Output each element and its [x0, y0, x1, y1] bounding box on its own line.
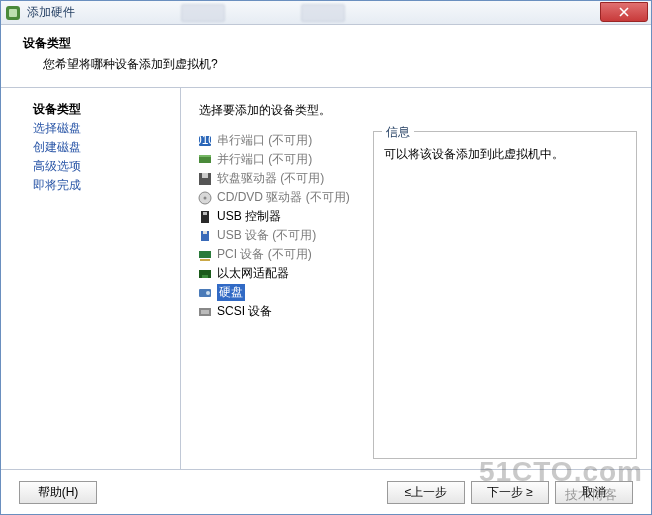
- wizard-header: 设备类型 您希望将哪种设备添加到虚拟机?: [1, 25, 651, 88]
- cancel-button[interactable]: 取消: [555, 481, 633, 504]
- cddvd-icon: [197, 190, 213, 206]
- device-type-item[interactable]: CD/DVD 驱动器 (不可用): [195, 188, 363, 207]
- wizard-footer: 帮助(H) ≤上一步 下一步 ≥ 取消: [1, 470, 651, 514]
- parallel-port-icon: [197, 152, 213, 168]
- device-type-label: CD/DVD 驱动器 (不可用): [217, 189, 350, 206]
- svg-point-9: [204, 196, 207, 199]
- svg-rect-5: [199, 155, 211, 157]
- info-groupbox: 信息 可以将该设备添加到此虚拟机中。: [373, 131, 637, 459]
- wizard-step[interactable]: 高级选项: [33, 157, 162, 176]
- device-type-item[interactable]: 软盘驱动器 (不可用): [195, 169, 363, 188]
- svg-text:010: 010: [197, 133, 213, 147]
- hard-disk-icon: [197, 285, 213, 301]
- svg-rect-17: [202, 275, 208, 278]
- scsi-device-icon: [197, 304, 213, 320]
- svg-rect-15: [200, 259, 210, 261]
- usb-device-icon: [197, 228, 213, 244]
- titlebar: 添加硬件: [1, 1, 651, 25]
- device-type-item[interactable]: 硬盘: [195, 283, 363, 302]
- steps-list: 设备类型选择磁盘创建磁盘高级选项即将完成: [1, 88, 181, 469]
- svg-rect-13: [203, 231, 207, 234]
- ethernet-icon: [197, 266, 213, 282]
- device-type-label: PCI 设备 (不可用): [217, 246, 312, 263]
- device-type-label: USB 设备 (不可用): [217, 227, 316, 244]
- back-button[interactable]: ≤上一步: [387, 481, 465, 504]
- help-button[interactable]: 帮助(H): [19, 481, 97, 504]
- window-title: 添加硬件: [27, 4, 75, 21]
- device-type-item[interactable]: 010串行端口 (不可用): [195, 131, 363, 150]
- wizard-step[interactable]: 即将完成: [33, 176, 162, 195]
- wizard-body: 设备类型选择磁盘创建磁盘高级选项即将完成 选择要添加的设备类型。 010串行端口…: [1, 88, 651, 470]
- device-type-item[interactable]: USB 设备 (不可用): [195, 226, 363, 245]
- wizard-step: 设备类型: [33, 100, 162, 119]
- device-type-label: 以太网适配器: [217, 265, 289, 282]
- device-type-label: SCSI 设备: [217, 303, 272, 320]
- pci-device-icon: [197, 247, 213, 263]
- app-icon: [5, 5, 21, 21]
- svg-rect-21: [201, 310, 209, 314]
- wizard-step[interactable]: 创建磁盘: [33, 138, 162, 157]
- device-type-item[interactable]: PCI 设备 (不可用): [195, 245, 363, 264]
- info-legend: 信息: [382, 124, 414, 141]
- device-type-label: 软盘驱动器 (不可用): [217, 170, 324, 187]
- svg-rect-14: [199, 251, 211, 258]
- next-button[interactable]: 下一步 ≥: [471, 481, 549, 504]
- wizard-header-title: 设备类型: [23, 35, 629, 52]
- svg-rect-11: [203, 212, 207, 215]
- svg-rect-1: [9, 9, 17, 17]
- svg-point-19: [206, 291, 210, 295]
- add-hardware-window: 添加硬件 设备类型 您希望将哪种设备添加到虚拟机? 设备类型选择磁盘创建磁盘高级…: [0, 0, 652, 515]
- close-icon: [619, 7, 629, 17]
- ghost-control: [301, 4, 345, 22]
- device-type-item[interactable]: 以太网适配器: [195, 264, 363, 283]
- device-type-item[interactable]: USB 控制器: [195, 207, 363, 226]
- serial-port-icon: 010: [197, 133, 213, 149]
- info-text: 可以将该设备添加到此虚拟机中。: [384, 146, 626, 163]
- wizard-header-subtitle: 您希望将哪种设备添加到虚拟机?: [43, 56, 629, 73]
- device-type-list[interactable]: 010串行端口 (不可用)并行端口 (不可用)软盘驱动器 (不可用)CD/DVD…: [195, 131, 363, 459]
- device-type-label: 并行端口 (不可用): [217, 151, 312, 168]
- device-type-label: USB 控制器: [217, 208, 281, 225]
- ghost-control: [181, 4, 225, 22]
- device-type-label: 硬盘: [217, 284, 245, 301]
- device-type-label: 串行端口 (不可用): [217, 132, 312, 149]
- usb-controller-icon: [197, 209, 213, 225]
- device-type-item[interactable]: SCSI 设备: [195, 302, 363, 321]
- floppy-icon: [197, 171, 213, 187]
- svg-rect-4: [199, 157, 211, 163]
- wizard-step[interactable]: 选择磁盘: [33, 119, 162, 138]
- device-type-item[interactable]: 并行端口 (不可用): [195, 150, 363, 169]
- content-prompt: 选择要添加的设备类型。: [199, 102, 637, 119]
- content-panels: 010串行端口 (不可用)并行端口 (不可用)软盘驱动器 (不可用)CD/DVD…: [195, 131, 637, 459]
- content-panel: 选择要添加的设备类型。 010串行端口 (不可用)并行端口 (不可用)软盘驱动器…: [181, 88, 651, 469]
- close-button[interactable]: [600, 2, 648, 22]
- svg-rect-7: [202, 173, 208, 178]
